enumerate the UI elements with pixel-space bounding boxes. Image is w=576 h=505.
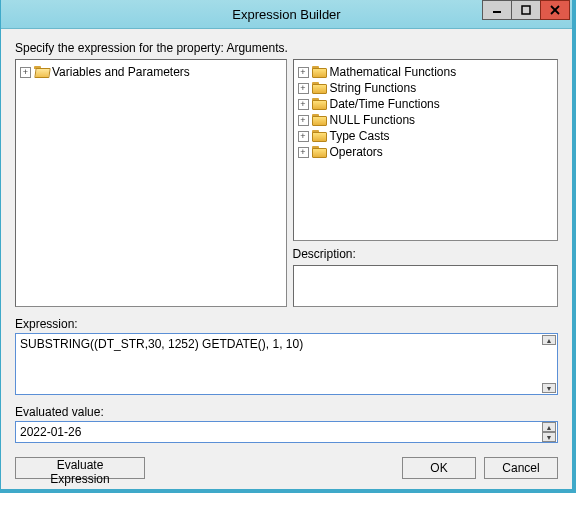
folder-open-icon	[34, 66, 49, 78]
expand-icon[interactable]: +	[298, 99, 309, 110]
description-label: Description:	[293, 247, 559, 261]
chevron-up-icon: ▲	[546, 337, 553, 344]
expression-value: SUBSTRING((DT_STR,30, 1252) GETDATE(), 1…	[20, 337, 539, 351]
maximize-icon	[521, 5, 531, 15]
expand-icon[interactable]: +	[298, 131, 309, 142]
tree-item-label: Variables and Parameters	[52, 65, 190, 79]
instruction-text: Specify the expression for the property:…	[15, 41, 558, 55]
maximize-button[interactable]	[511, 0, 541, 20]
minimize-button[interactable]	[482, 0, 512, 20]
evaluated-label: Evaluated value:	[15, 405, 558, 419]
tree-item-string[interactable]: + String Functions	[296, 80, 556, 96]
window-controls	[482, 0, 572, 28]
tree-item-typecasts[interactable]: + Type Casts	[296, 128, 556, 144]
evaluated-spinner: ▲ ▼	[542, 422, 556, 442]
minimize-icon	[492, 5, 502, 15]
client-area: Specify the expression for the property:…	[1, 29, 572, 489]
expand-icon[interactable]: +	[298, 115, 309, 126]
functions-tree[interactable]: + Mathematical Functions + String Functi…	[293, 59, 559, 241]
spin-down-button[interactable]: ▼	[542, 383, 556, 393]
spin-up-button[interactable]: ▲	[542, 335, 556, 345]
ok-button[interactable]: OK	[402, 457, 476, 479]
top-panels: + Variables and Parameters + Mathematica…	[15, 59, 558, 307]
expression-label: Expression:	[15, 317, 558, 331]
tree-item-variables[interactable]: + Variables and Parameters	[18, 64, 284, 80]
folder-icon	[312, 114, 327, 126]
expression-spinner: ▲ ▼	[542, 335, 556, 393]
expression-field[interactable]: SUBSTRING((DT_STR,30, 1252) GETDATE(), 1…	[15, 333, 558, 395]
variables-tree[interactable]: + Variables and Parameters	[15, 59, 287, 307]
tree-item-label: NULL Functions	[330, 113, 416, 127]
spin-down-button[interactable]: ▼	[542, 432, 556, 442]
evaluated-field[interactable]: 2022-01-26 ▲ ▼	[15, 421, 558, 443]
tree-item-label: Operators	[330, 145, 383, 159]
expression-builder-window: Expression Builder Specify the expressio…	[0, 0, 576, 493]
close-icon	[550, 5, 560, 15]
folder-icon	[312, 146, 327, 158]
tree-item-label: String Functions	[330, 81, 417, 95]
description-box	[293, 265, 559, 307]
tree-item-label: Date/Time Functions	[330, 97, 440, 111]
tree-item-operators[interactable]: + Operators	[296, 144, 556, 160]
cancel-button[interactable]: Cancel	[484, 457, 558, 479]
tree-item-datetime[interactable]: + Date/Time Functions	[296, 96, 556, 112]
tree-item-null[interactable]: + NULL Functions	[296, 112, 556, 128]
tree-item-label: Type Casts	[330, 129, 390, 143]
expand-icon[interactable]: +	[20, 67, 31, 78]
folder-icon	[312, 82, 327, 94]
button-row: Evaluate Expression OK Cancel	[15, 457, 558, 479]
evaluate-button[interactable]: Evaluate Expression	[15, 457, 145, 479]
chevron-up-icon: ▲	[546, 424, 553, 431]
expand-icon[interactable]: +	[298, 67, 309, 78]
folder-icon	[312, 98, 327, 110]
tree-item-math[interactable]: + Mathematical Functions	[296, 64, 556, 80]
expand-icon[interactable]: +	[298, 147, 309, 158]
titlebar[interactable]: Expression Builder	[1, 0, 572, 29]
spin-up-button[interactable]: ▲	[542, 422, 556, 432]
evaluated-value: 2022-01-26	[20, 425, 539, 439]
chevron-down-icon: ▼	[546, 385, 553, 392]
chevron-down-icon: ▼	[546, 434, 553, 441]
svg-rect-1	[522, 6, 530, 14]
folder-icon	[312, 130, 327, 142]
close-button[interactable]	[540, 0, 570, 20]
folder-icon	[312, 66, 327, 78]
tree-item-label: Mathematical Functions	[330, 65, 457, 79]
right-column: + Mathematical Functions + String Functi…	[293, 59, 559, 307]
expand-icon[interactable]: +	[298, 83, 309, 94]
